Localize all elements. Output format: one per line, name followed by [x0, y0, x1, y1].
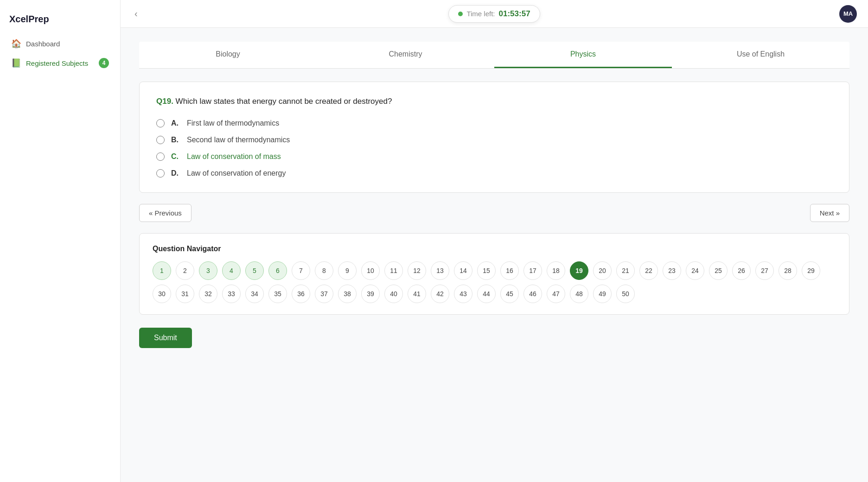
subject-tabs: Biology Chemistry Physics Use of English — [139, 42, 849, 69]
navigator-number-18[interactable]: 18 — [547, 261, 565, 280]
navigator-number-31[interactable]: 31 — [176, 285, 194, 303]
back-button[interactable]: ‹ — [134, 8, 138, 19]
navigator-number-2[interactable]: 2 — [176, 261, 194, 280]
navigator-number-33[interactable]: 33 — [222, 285, 241, 303]
navigator-number-22[interactable]: 22 — [639, 261, 658, 280]
tab-chemistry[interactable]: Chemistry — [317, 42, 494, 68]
navigator-number-16[interactable]: 16 — [500, 261, 519, 280]
navigator-number-6[interactable]: 6 — [268, 261, 287, 280]
sidebar-nav: 🏠 Dashboard 📗 Registered Subjects 4 — [0, 34, 120, 73]
navigator-number-39[interactable]: 39 — [361, 285, 380, 303]
navigator-number-5[interactable]: 5 — [245, 261, 264, 280]
navigator-number-36[interactable]: 36 — [292, 285, 310, 303]
option-d-letter: D. — [171, 169, 180, 178]
option-a-letter: A. — [171, 119, 180, 127]
sidebar-item-registered-subjects[interactable]: 📗 Registered Subjects 4 — [6, 53, 115, 73]
home-icon: 🏠 — [11, 38, 21, 49]
navigator-number-37[interactable]: 37 — [315, 285, 333, 303]
navigator-number-38[interactable]: 38 — [338, 285, 357, 303]
option-b-radio[interactable] — [156, 136, 165, 144]
option-c-text: Law of conservation of mass — [187, 152, 281, 161]
option-c-radio[interactable] — [156, 152, 165, 161]
sidebar-item-dashboard[interactable]: 🏠 Dashboard — [6, 34, 115, 53]
navigator-number-20[interactable]: 20 — [593, 261, 612, 280]
content-area: Biology Chemistry Physics Use of English… — [121, 28, 868, 482]
options-list: A. First law of thermodynamics B. Second… — [156, 119, 832, 178]
navigator-number-41[interactable]: 41 — [408, 285, 426, 303]
navigator-number-23[interactable]: 23 — [663, 261, 681, 280]
navigator-number-49[interactable]: 49 — [593, 285, 612, 303]
option-b-text: Second law of thermodynamics — [187, 136, 290, 144]
navigator-number-9[interactable]: 9 — [338, 261, 357, 280]
navigator-number-44[interactable]: 44 — [477, 285, 496, 303]
navigator-number-47[interactable]: 47 — [547, 285, 565, 303]
option-c-letter: C. — [171, 152, 180, 161]
navigator-number-7[interactable]: 7 — [292, 261, 310, 280]
question-text: Q19. Which law states that energy cannot… — [156, 97, 832, 106]
option-c[interactable]: C. Law of conservation of mass — [156, 152, 832, 161]
navigator-number-1[interactable]: 1 — [153, 261, 171, 280]
question-body: Which law states that energy cannot be c… — [176, 97, 392, 106]
navigator-number-3[interactable]: 3 — [199, 261, 217, 280]
next-button[interactable]: Next » — [810, 204, 849, 222]
navigator-number-43[interactable]: 43 — [454, 285, 472, 303]
tab-physics[interactable]: Physics — [494, 42, 672, 68]
navigator-number-29[interactable]: 29 — [802, 261, 820, 280]
timer-label: Time left: — [466, 10, 495, 18]
option-b[interactable]: B. Second law of thermodynamics — [156, 136, 832, 144]
navigator-number-27[interactable]: 27 — [755, 261, 774, 280]
navigator-number-42[interactable]: 42 — [431, 285, 449, 303]
tab-biology-label: Biology — [216, 50, 240, 58]
navigator-title: Question Navigator — [153, 245, 836, 253]
navigator-number-45[interactable]: 45 — [500, 285, 519, 303]
navigator-number-30[interactable]: 30 — [153, 285, 171, 303]
navigator-number-32[interactable]: 32 — [199, 285, 217, 303]
question-number: Q19. — [156, 97, 173, 106]
navigator-number-34[interactable]: 34 — [245, 285, 264, 303]
tab-biology[interactable]: Biology — [139, 42, 317, 68]
avatar[interactable]: MA — [839, 5, 857, 23]
navigator-number-48[interactable]: 48 — [570, 285, 588, 303]
navigator-number-35[interactable]: 35 — [268, 285, 287, 303]
tab-use-of-english-label: Use of English — [737, 50, 785, 58]
navigator-number-8[interactable]: 8 — [315, 261, 333, 280]
navigator-number-26[interactable]: 26 — [732, 261, 751, 280]
tab-chemistry-label: Chemistry — [389, 50, 422, 58]
option-d[interactable]: D. Law of conservation of energy — [156, 169, 832, 178]
navigator-number-46[interactable]: 46 — [523, 285, 542, 303]
navigator-number-21[interactable]: 21 — [616, 261, 635, 280]
question-navigator-card: Question Navigator 123456789101112131415… — [139, 233, 849, 315]
navigator-number-15[interactable]: 15 — [477, 261, 496, 280]
navigator-number-14[interactable]: 14 — [454, 261, 472, 280]
navigator-number-19[interactable]: 19 — [570, 261, 588, 280]
previous-button[interactable]: « Previous — [139, 204, 191, 222]
navigator-number-10[interactable]: 10 — [361, 261, 380, 280]
option-a-radio[interactable] — [156, 119, 165, 127]
tab-physics-label: Physics — [570, 50, 596, 58]
navigator-number-4[interactable]: 4 — [222, 261, 241, 280]
option-d-radio[interactable] — [156, 169, 165, 178]
submit-button[interactable]: Submit — [139, 328, 192, 348]
topbar: ‹ Time left: 01:53:57 MA — [121, 0, 868, 28]
tab-use-of-english[interactable]: Use of English — [672, 42, 849, 68]
sidebar: XcelPrep 🏠 Dashboard 📗 Registered Subjec… — [0, 0, 121, 482]
navigator-number-28[interactable]: 28 — [779, 261, 797, 280]
timer-indicator — [458, 12, 463, 16]
sidebar-item-registered-subjects-label: Registered Subjects — [26, 59, 88, 67]
nav-buttons: « Previous Next » — [139, 204, 849, 222]
book-icon: 📗 — [11, 58, 21, 68]
navigator-number-17[interactable]: 17 — [523, 261, 542, 280]
app-logo: XcelPrep — [0, 9, 120, 34]
sidebar-item-dashboard-label: Dashboard — [26, 40, 60, 48]
navigator-number-12[interactable]: 12 — [408, 261, 426, 280]
registered-subjects-badge: 4 — [99, 58, 109, 68]
timer-pill: Time left: 01:53:57 — [448, 5, 540, 23]
navigator-number-25[interactable]: 25 — [709, 261, 728, 280]
option-a[interactable]: A. First law of thermodynamics — [156, 119, 832, 127]
navigator-number-24[interactable]: 24 — [686, 261, 704, 280]
logo-text: XcelPrep — [9, 14, 49, 25]
navigator-number-50[interactable]: 50 — [616, 285, 635, 303]
navigator-number-11[interactable]: 11 — [384, 261, 403, 280]
navigator-number-13[interactable]: 13 — [431, 261, 449, 280]
navigator-number-40[interactable]: 40 — [384, 285, 403, 303]
